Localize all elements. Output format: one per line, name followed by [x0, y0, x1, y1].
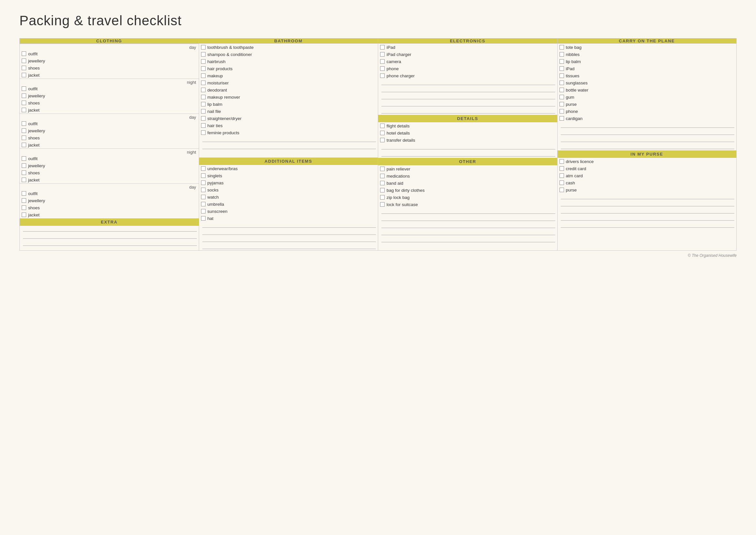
list-item: jewellery — [20, 162, 199, 169]
checkbox[interactable] — [380, 66, 385, 71]
blank-row — [199, 151, 378, 157]
in-my-purse-header: IN MY PURSE — [557, 151, 737, 158]
checkbox[interactable] — [22, 198, 26, 203]
checkbox[interactable] — [22, 94, 26, 98]
carry-on-column: tote bag nibbles lip balm iPad tissues s… — [557, 44, 737, 251]
list-item: jewellery — [20, 57, 199, 64]
checkbox[interactable] — [559, 66, 564, 71]
checkbox[interactable] — [22, 86, 26, 91]
checkbox[interactable] — [380, 45, 385, 49]
checkbox[interactable] — [380, 167, 385, 171]
checkbox[interactable] — [22, 191, 26, 196]
checkbox[interactable] — [380, 188, 385, 192]
list-item: bag for dirty clothes — [378, 187, 557, 194]
list-item: purse — [557, 100, 737, 108]
list-item: hat — [199, 215, 378, 222]
checkbox[interactable] — [22, 128, 26, 133]
checkbox[interactable] — [201, 66, 205, 71]
checkbox[interactable] — [22, 51, 26, 56]
checkbox[interactable] — [201, 166, 205, 171]
checkbox[interactable] — [201, 102, 205, 106]
checkbox[interactable] — [559, 88, 564, 92]
checkbox[interactable] — [201, 195, 205, 199]
blank-row — [199, 243, 378, 250]
checkbox[interactable] — [380, 124, 385, 128]
checkbox[interactable] — [22, 135, 26, 140]
blank-row — [378, 86, 557, 94]
checkbox[interactable] — [559, 59, 564, 64]
checkbox[interactable] — [559, 166, 564, 171]
list-item: socks — [199, 186, 378, 193]
checkbox[interactable] — [380, 195, 385, 200]
checkbox[interactable] — [22, 59, 26, 63]
checkbox[interactable] — [201, 187, 205, 192]
checkbox[interactable] — [201, 52, 205, 57]
checkbox[interactable] — [380, 181, 385, 185]
checkbox[interactable] — [380, 52, 385, 57]
checkbox[interactable] — [559, 80, 564, 85]
checkbox[interactable] — [22, 100, 26, 105]
checkbox[interactable] — [559, 159, 564, 164]
checkbox[interactable] — [380, 202, 385, 207]
checkbox[interactable] — [201, 202, 205, 206]
checkbox[interactable] — [201, 95, 205, 99]
list-item: pain reliever — [378, 165, 557, 172]
blank-row — [378, 144, 557, 151]
checkbox[interactable] — [380, 73, 385, 78]
blank-row — [378, 100, 557, 108]
blank-row — [557, 215, 737, 222]
checkbox[interactable] — [22, 121, 26, 126]
checklist-table: CLOTHING BATHROOM ELECTRONICS CARRY ON T… — [19, 38, 737, 251]
checkbox[interactable] — [22, 108, 26, 112]
checkbox[interactable] — [201, 45, 205, 49]
checkbox[interactable] — [559, 95, 564, 99]
checkbox[interactable] — [22, 73, 26, 77]
checkbox[interactable] — [22, 66, 26, 70]
list-item: shampoo & conditioner — [199, 51, 378, 58]
checkbox[interactable] — [22, 212, 26, 217]
checkbox[interactable] — [201, 59, 205, 64]
list-item: jewellery — [20, 127, 199, 134]
checkbox[interactable] — [559, 173, 564, 178]
checkbox[interactable] — [201, 109, 205, 114]
checkbox[interactable] — [380, 131, 385, 135]
page-title: Packing & travel checklist — [19, 13, 737, 28]
checkbox[interactable] — [201, 173, 205, 178]
checkbox[interactable] — [559, 73, 564, 78]
checkbox[interactable] — [559, 181, 564, 185]
blank-row — [199, 229, 378, 236]
checkbox[interactable] — [380, 174, 385, 178]
checkbox[interactable] — [201, 116, 205, 121]
checkbox[interactable] — [22, 170, 26, 175]
checkbox[interactable] — [559, 116, 564, 121]
checkbox[interactable] — [201, 181, 205, 185]
list-item: hair products — [199, 65, 378, 72]
blank-row — [378, 237, 557, 243]
checkbox[interactable] — [380, 138, 385, 142]
checkbox[interactable] — [22, 205, 26, 210]
checkbox[interactable] — [559, 109, 564, 114]
checkbox[interactable] — [22, 163, 26, 168]
checkbox[interactable] — [201, 130, 205, 135]
night-label-1: night — [20, 79, 199, 85]
checkbox[interactable] — [201, 73, 205, 78]
checkbox[interactable] — [201, 216, 205, 221]
list-item: outfit — [20, 50, 199, 57]
checkbox[interactable] — [22, 178, 26, 182]
checkbox[interactable] — [201, 209, 205, 213]
checkbox[interactable] — [559, 102, 564, 106]
list-item: watch — [199, 193, 378, 201]
checkbox[interactable] — [201, 80, 205, 85]
checkbox[interactable] — [380, 59, 385, 64]
checkbox[interactable] — [201, 123, 205, 128]
checkbox[interactable] — [201, 88, 205, 92]
blank-row — [378, 108, 557, 115]
checkbox[interactable] — [559, 187, 564, 192]
checkbox[interactable] — [559, 52, 564, 57]
night-label-2: night — [20, 149, 199, 155]
list-item: makeup — [199, 72, 378, 79]
list-item: iPad — [378, 44, 557, 51]
checkbox[interactable] — [22, 143, 26, 147]
checkbox[interactable] — [559, 45, 564, 49]
checkbox[interactable] — [22, 156, 26, 161]
